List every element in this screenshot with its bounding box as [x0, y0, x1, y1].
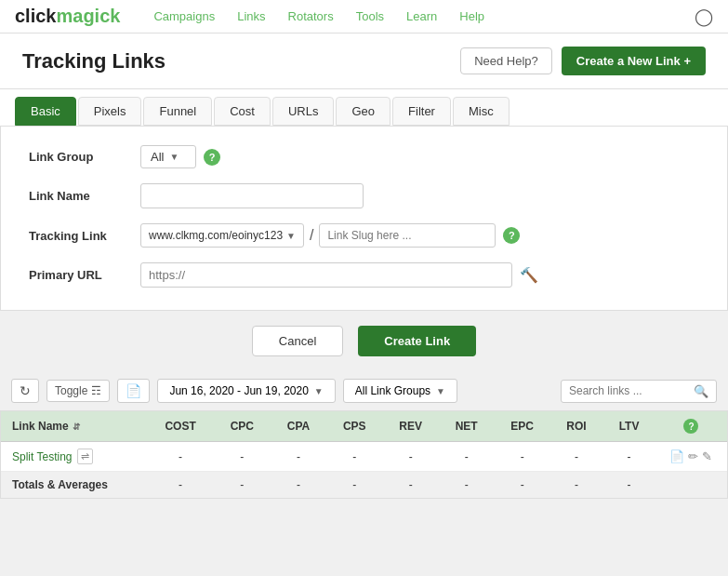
table-row: Split Testing ⇌ - - - - - - - - - 📄 ✏ ✎ [1, 442, 727, 472]
nav-campaigns[interactable]: Campaigns [153, 9, 215, 23]
tabs-container: Basic Pixels Funnel Cost URLs Geo Filter… [0, 89, 728, 127]
slug-input[interactable] [319, 223, 496, 248]
logo-magick: magick [56, 6, 120, 27]
col-cps: CPS [326, 411, 382, 442]
totals-rev: - [382, 472, 438, 499]
cancel-button[interactable]: Cancel [252, 326, 343, 356]
link-groups-value: All Link Groups [355, 384, 430, 397]
tracking-link-controls: www.clkmg.com/eoinyc123 ▼ / ? [140, 223, 520, 248]
link-group-help-icon[interactable]: ? [204, 149, 220, 166]
form-actions: Cancel Create Link [0, 311, 728, 371]
logo: clickmagick [15, 6, 120, 27]
row-epc: - [494, 442, 549, 472]
link-name-row: Link Name [29, 183, 699, 208]
refresh-button[interactable]: ↻ [11, 379, 39, 403]
toggle-button[interactable]: Toggle ☶ [46, 380, 110, 402]
link-group-select[interactable]: All ▼ [140, 145, 196, 168]
col-roi: ROI [550, 411, 602, 442]
chart-icon: ☶ [91, 384, 101, 397]
row-more-icon[interactable]: ✎ [702, 449, 712, 463]
row-cost: - [148, 442, 214, 472]
primary-url-label: Primary URL [29, 268, 140, 282]
search-input[interactable] [569, 384, 690, 397]
row-stats-icon[interactable]: 📄 [669, 449, 684, 463]
totals-cps: - [326, 472, 382, 499]
tab-cost[interactable]: Cost [214, 97, 271, 126]
col-cpc: CPC [214, 411, 271, 442]
nav-learn[interactable]: Learn [406, 9, 437, 23]
totals-roi: - [550, 472, 602, 499]
totals-cpa: - [271, 472, 326, 499]
link-group-value: All [151, 150, 164, 164]
create-link-button[interactable]: Create a New Link + [562, 47, 706, 75]
tracking-link-label: Tracking Link [29, 229, 140, 243]
col-rev: REV [382, 411, 438, 442]
totals-label: Totals & Averages [1, 472, 148, 499]
toolbar: ↻ Toggle ☶ 📄 Jun 16, 2020 - Jun 19, 2020… [0, 371, 728, 410]
totals-ltv: - [602, 472, 655, 499]
nav-links-item[interactable]: Links [237, 9, 265, 23]
table-help-icon[interactable]: ? [683, 419, 698, 434]
totals-row: Totals & Averages - - - - - - - - - [1, 472, 727, 499]
row-actions-cell: 📄 ✏ ✎ [655, 442, 727, 472]
navbar: clickmagick Campaigns Links Rotators Too… [0, 0, 728, 33]
nav-user-icon[interactable]: ◯ [695, 7, 713, 27]
tab-funnel[interactable]: Funnel [143, 97, 212, 126]
totals-cost: - [148, 472, 214, 499]
row-rev: - [382, 442, 438, 472]
table-header-row: Link Name ⇵ COST CPC CPA CPS REV NET EPC… [1, 411, 727, 442]
row-cpc: - [214, 442, 271, 472]
domain-chevron-icon: ▼ [286, 231, 296, 241]
col-cpa: CPA [271, 411, 326, 442]
link-groups-button[interactable]: All Link Groups ▼ [343, 379, 457, 403]
primary-url-input[interactable] [140, 262, 512, 288]
link-group-row: Link Group All ▼ ? [29, 145, 699, 168]
link-name-label: Link Name [29, 189, 140, 203]
need-help-button[interactable]: Need Help? [460, 47, 552, 74]
nav-rotators[interactable]: Rotators [288, 9, 334, 23]
totals-epc: - [494, 472, 549, 499]
nav-help[interactable]: Help [459, 9, 484, 23]
split-icon[interactable]: ⇌ [77, 449, 93, 464]
nav-tools[interactable]: Tools [356, 9, 384, 23]
link-group-label: Link Group [29, 150, 140, 164]
primary-url-row: Primary URL 🔨 [29, 262, 699, 288]
tab-geo[interactable]: Geo [336, 97, 390, 126]
row-net: - [439, 442, 495, 472]
data-table: Link Name ⇵ COST CPC CPA CPS REV NET EPC… [1, 411, 727, 498]
groups-chevron-icon: ▼ [436, 386, 445, 396]
col-cost: COST [148, 411, 214, 442]
header-actions: Need Help? Create a New Link + [460, 47, 706, 75]
date-range-button[interactable]: Jun 16, 2020 - Jun 19, 2020 ▼ [157, 379, 335, 403]
search-icon: 🔍 [694, 384, 708, 398]
tracking-domain-value: www.clkmg.com/eoinyc123 [149, 229, 283, 242]
link-name-input[interactable] [140, 183, 364, 208]
tab-basic[interactable]: Basic [15, 97, 76, 126]
create-link-submit-button[interactable]: Create Link [358, 326, 476, 356]
row-roi: - [550, 442, 602, 472]
totals-cpc: - [214, 472, 271, 499]
col-ltv: LTV [602, 411, 655, 442]
export-button[interactable]: 📄 [117, 379, 150, 403]
url-tool-icon[interactable]: 🔨 [520, 266, 538, 284]
row-ltv: - [602, 442, 655, 472]
tab-misc[interactable]: Misc [453, 97, 510, 126]
date-chevron-icon: ▼ [314, 386, 324, 396]
row-edit-icon[interactable]: ✏ [688, 449, 698, 463]
totals-net: - [439, 472, 495, 499]
row-link-name-cell: Split Testing ⇌ [1, 442, 148, 472]
sort-icon: ⇵ [73, 422, 80, 432]
col-epc: EPC [494, 411, 549, 442]
tab-filter[interactable]: Filter [392, 97, 451, 126]
logo-click: click [15, 6, 56, 27]
tab-pixels[interactable]: Pixels [78, 97, 142, 126]
page-header: Tracking Links Need Help? Create a New L… [0, 33, 728, 89]
tracking-domain-select[interactable]: www.clkmg.com/eoinyc123 ▼ [140, 223, 304, 248]
row-cps: - [326, 442, 382, 472]
col-help: ? [655, 411, 727, 442]
tab-urls[interactable]: URLs [272, 97, 335, 126]
col-link-name-sort[interactable]: Link Name ⇵ [12, 420, 137, 433]
slug-help-icon[interactable]: ? [503, 227, 520, 244]
split-testing-link[interactable]: Split Testing [12, 450, 72, 463]
col-net: NET [439, 411, 495, 442]
